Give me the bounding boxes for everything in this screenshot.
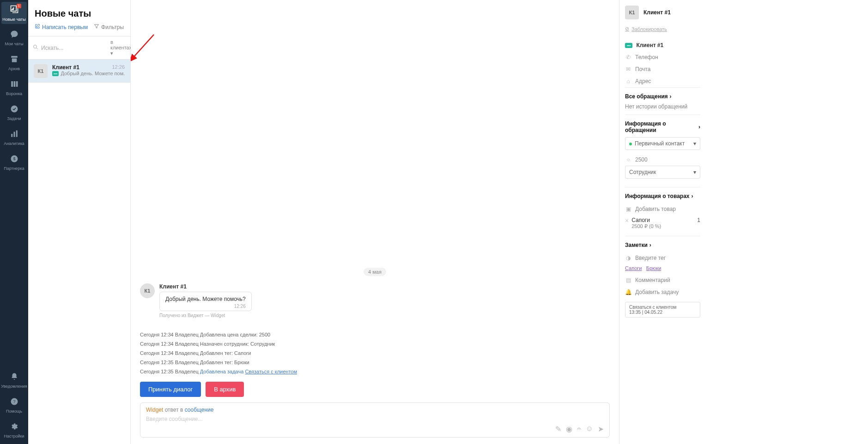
nav-new-chats[interactable]: 1 Новые чаты [1, 2, 27, 24]
svg-text:?: ? [13, 399, 15, 404]
svg-rect-2 [13, 81, 15, 87]
svg-rect-7 [16, 130, 17, 137]
circle-icon: ○ [625, 156, 631, 163]
chevron-right-icon: › [670, 93, 672, 100]
nav-label: Настройки [4, 434, 24, 438]
nav-help[interactable]: ? Помощь [1, 394, 27, 416]
dollar-icon: $ [10, 155, 18, 165]
add-task-button[interactable]: 🔔 Добавить задачу [625, 286, 700, 298]
nav-funnel[interactable]: Воронка [1, 77, 27, 99]
nav-label: Уведомления [1, 384, 27, 389]
svg-line-13 [133, 35, 154, 58]
avatar: К1 [140, 283, 155, 298]
deal-amount[interactable]: ○ 2500 [625, 154, 700, 166]
message-source: Получено из Виджет — Widget [159, 313, 252, 318]
chat-item-name: Клиент #1 [52, 64, 79, 71]
chevron-down-icon: ▾ [693, 169, 696, 175]
chat-icon [10, 30, 18, 41]
nav-tasks[interactable]: Задачи [1, 102, 27, 124]
write-first-button[interactable]: Написать первым [35, 24, 88, 30]
chevron-down-icon: ▾ [110, 50, 113, 56]
nav-label: Задачи [7, 116, 21, 121]
system-log-row: Сегодня 12:34 Владелец Назначен сотрудни… [140, 339, 610, 348]
send-icon[interactable]: ➤ [598, 425, 604, 433]
search-input[interactable] [41, 45, 110, 51]
nav-label: Помощь [6, 409, 22, 414]
tag-chip[interactable]: Брюки [646, 265, 662, 271]
stage-select[interactable]: Первичный контакт ▾ [625, 137, 700, 150]
annotation-arrow-icon [131, 30, 158, 62]
requests-empty: Нет истории обращений [625, 103, 700, 110]
block-button[interactable]: ⊘ Заблокировать [625, 26, 700, 32]
address-field[interactable]: ⌂ Адрес [625, 75, 700, 87]
nav-partners[interactable]: $ Партнерка [1, 151, 27, 174]
phone-field[interactable]: ✆ Телефон [625, 51, 700, 63]
avatar: К1 [625, 6, 639, 19]
filter-icon [94, 24, 99, 30]
chevron-down-icon: ▾ [693, 140, 696, 147]
input-channel-meta: Widget ответ в сообщение [146, 407, 604, 413]
widget-badge-icon: ••• [52, 71, 59, 76]
svg-text:$: $ [13, 156, 15, 161]
archive-button[interactable]: В архив [206, 382, 244, 397]
client-name: Клиент #1 [643, 9, 671, 16]
notes-section-toggle[interactable]: Заметки › [625, 242, 700, 248]
compose-icon [35, 24, 40, 30]
nav-archive[interactable]: Архив [1, 52, 27, 74]
nav-my-chats[interactable]: Мои чаты [1, 27, 27, 49]
attach-icon[interactable]: 𝄐 [577, 425, 581, 433]
bell-icon: 🔔 [625, 289, 631, 295]
system-log-row: Сегодня 12:35 Владелец Добавлен тег: Брю… [140, 358, 610, 367]
archive-icon [10, 55, 18, 66]
accept-dialog-button[interactable]: Принять диалог [140, 382, 201, 397]
home-icon: ⌂ [625, 78, 631, 84]
avatar: К1 [34, 64, 48, 78]
emoji-icon[interactable]: ☺ [586, 425, 593, 433]
tag-chip[interactable]: Сапоги [625, 265, 642, 271]
signature-icon[interactable]: ✎ [555, 425, 561, 433]
task-link[interactable]: Связаться с клиентом [245, 369, 297, 374]
bars-icon [10, 130, 18, 140]
search-icon [33, 44, 38, 51]
comment-input[interactable]: ▤ Комментарий [625, 274, 700, 286]
message-input-placeholder: Введите сообщение... [146, 416, 604, 422]
filters-button[interactable]: Фильтры [94, 24, 124, 30]
svg-rect-5 [11, 134, 12, 137]
chevron-right-icon: › [649, 242, 651, 248]
system-log-row: Сегодня 12:35 Владелец Добавлена задача … [140, 367, 610, 376]
message-time: 12:26 [165, 304, 246, 309]
preview-icon[interactable]: ◉ [566, 425, 572, 433]
assignee-select[interactable]: Сотрудник ▾ [625, 166, 700, 179]
delete-product-button[interactable]: × [625, 217, 629, 224]
message-author: Клиент #1 [159, 283, 252, 290]
bell-icon [10, 372, 18, 383]
chat-list-item[interactable]: К1 Клиент #1 12:26 ••• Добрый день. Може… [28, 60, 130, 83]
date-divider: 4 мая [364, 268, 386, 276]
status-dot-icon [629, 143, 632, 145]
nav-label: Мои чаты [5, 42, 23, 46]
svg-point-12 [34, 45, 37, 48]
message-input-box[interactable]: Widget ответ в сообщение Введите сообщен… [140, 402, 610, 438]
tag-icon: ◑ [625, 255, 631, 261]
phone-icon: ✆ [625, 54, 631, 60]
product-name: Сапоги [631, 217, 697, 223]
search-scope-dropdown[interactable]: в клиентах ▾ [110, 39, 132, 56]
nav-settings[interactable]: Настройки [1, 419, 27, 441]
nav-notifications[interactable]: Уведомления [1, 369, 27, 391]
check-circle-icon [10, 105, 18, 115]
svg-rect-0 [13, 59, 15, 60]
right-panel: К1 Клиент #1 ⊘ Заблокировать ••• Клиент … [619, 0, 706, 444]
add-product-button[interactable]: ▣ Добавить товар [625, 203, 700, 215]
products-section-toggle[interactable]: Информация о товарах › [625, 193, 700, 199]
task-item[interactable]: Связаться с клиентом 13:35 | 04.05.22 [625, 302, 700, 318]
request-info-section-toggle[interactable]: Информация о обращении › [625, 120, 700, 133]
email-field[interactable]: ✉ Почта [625, 63, 700, 75]
tag-input[interactable]: ◑ Введите тег [625, 252, 700, 264]
nav-analytics[interactable]: Аналитика [1, 126, 27, 149]
requests-section-toggle[interactable]: Все обращения › [625, 93, 700, 100]
nav-label: Архив [8, 66, 20, 71]
left-nav: 1 Новые чаты Мои чаты Архив Воронка [0, 0, 28, 444]
widget-badge-icon: ••• [625, 43, 632, 48]
chat-item-time: 12:26 [112, 64, 125, 71]
contact-name: Клиент #1 [636, 42, 663, 48]
